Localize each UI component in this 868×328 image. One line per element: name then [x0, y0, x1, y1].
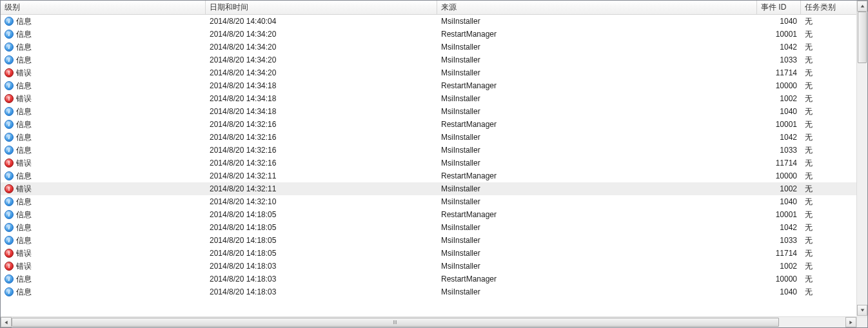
table-row[interactable]: 信息2014/8/20 14:32:10MsiInstaller1040无 [1, 195, 856, 208]
column-header-source[interactable]: 来源 [437, 1, 757, 14]
cell-date: 2014/8/20 14:18:03 [206, 275, 437, 284]
level-label: 信息 [16, 106, 32, 117]
table-row[interactable]: 信息2014/8/20 14:32:11RestartManager10000无 [1, 169, 856, 182]
cell-source: MsiInstaller [437, 249, 757, 258]
horizontal-scrollbar[interactable] [1, 316, 856, 327]
scroll-down-button[interactable] [857, 305, 867, 316]
cell-date: 2014/8/20 14:34:20 [206, 68, 437, 77]
cell-eventid: 1002 [757, 262, 801, 271]
level-label: 信息 [16, 235, 32, 246]
cell-task: 无 [801, 184, 856, 195]
table-row[interactable]: 信息2014/8/20 14:18:03RestartManager10000无 [1, 273, 856, 285]
cell-level: 错误 [1, 261, 206, 272]
info-icon [5, 30, 14, 39]
cell-level: 错误 [1, 68, 206, 79]
cell-task: 无 [801, 197, 856, 207]
horizontal-scroll-track[interactable] [12, 317, 845, 327]
cell-level: 信息 [1, 132, 206, 143]
level-label: 信息 [16, 16, 32, 27]
level-label: 错误 [16, 68, 32, 79]
cell-date: 2014/8/20 14:34:20 [206, 30, 437, 39]
scroll-up-button[interactable] [857, 1, 867, 12]
vertical-scroll-thumb[interactable] [858, 12, 867, 63]
column-header-level[interactable]: 级别 [1, 1, 206, 14]
cell-task: 无 [801, 29, 856, 40]
info-icon [5, 210, 14, 219]
column-header-task[interactable]: 任务类别 [801, 1, 856, 14]
cell-task: 无 [801, 274, 856, 285]
level-label: 错误 [16, 261, 32, 272]
info-icon [5, 236, 14, 245]
cell-task: 无 [801, 222, 856, 233]
horizontal-scroll-thumb[interactable] [12, 318, 779, 327]
column-header-date[interactable]: 日期和时间 [206, 1, 437, 14]
cell-level: 信息 [1, 171, 206, 182]
table-row[interactable]: 错误2014/8/20 14:32:11MsiInstaller1002无 [1, 182, 856, 195]
cell-level: 错误 [1, 248, 206, 259]
scroll-right-button[interactable] [845, 317, 856, 327]
cell-source: RestartManager [437, 30, 757, 39]
table-row[interactable]: 信息2014/8/20 14:18:05MsiInstaller1042无 [1, 221, 856, 234]
cell-date: 2014/8/20 14:18:05 [206, 236, 437, 245]
cell-date: 2014/8/20 14:32:11 [206, 171, 437, 180]
cell-eventid: 10001 [757, 30, 801, 39]
table-row[interactable]: 信息2014/8/20 14:32:16MsiInstaller1033无 [1, 144, 856, 157]
info-icon [5, 43, 14, 52]
table-row[interactable]: 信息2014/8/20 14:34:20MsiInstaller1042无 [1, 41, 856, 53]
column-header-eventid[interactable]: 事件 ID [757, 1, 801, 14]
info-icon [5, 81, 14, 90]
cell-eventid: 1040 [757, 107, 801, 116]
cell-source: RestartManager [437, 120, 757, 129]
table-row[interactable]: 信息2014/8/20 14:18:05MsiInstaller1033无 [1, 234, 856, 247]
error-icon [5, 184, 14, 193]
cell-level: 信息 [1, 119, 206, 130]
table-row[interactable]: 信息2014/8/20 14:34:18RestartManager10000无 [1, 79, 856, 92]
cell-task: 无 [801, 158, 856, 169]
cell-source: MsiInstaller [437, 197, 757, 206]
cell-task: 无 [801, 248, 856, 259]
cell-date: 2014/8/20 14:32:16 [206, 146, 437, 155]
error-icon [5, 249, 14, 258]
table-row[interactable]: 错误2014/8/20 14:34:20MsiInstaller11714无 [1, 66, 856, 79]
cell-level: 信息 [1, 287, 206, 298]
vertical-scroll-track[interactable] [857, 12, 867, 305]
table-row[interactable]: 信息2014/8/20 14:34:20MsiInstaller1033无 [1, 53, 856, 66]
vertical-scrollbar[interactable] [856, 1, 867, 316]
cell-eventid: 11714 [757, 159, 801, 168]
level-label: 信息 [16, 81, 32, 92]
cell-date: 2014/8/20 14:32:16 [206, 120, 437, 129]
level-label: 错误 [16, 184, 32, 195]
table-row[interactable]: 信息2014/8/20 14:32:16RestartManager10001无 [1, 118, 856, 131]
table-row[interactable]: 信息2014/8/20 14:18:05RestartManager10001无 [1, 208, 856, 221]
level-label: 信息 [16, 119, 32, 130]
table-row[interactable]: 信息2014/8/20 14:34:18MsiInstaller1040无 [1, 105, 856, 118]
table-row[interactable]: 错误2014/8/20 14:34:18MsiInstaller1002无 [1, 92, 856, 105]
level-label: 信息 [16, 55, 32, 66]
cell-date: 2014/8/20 14:40:04 [206, 17, 437, 26]
scroll-left-button[interactable] [1, 317, 12, 327]
level-label: 信息 [16, 42, 32, 53]
info-icon [5, 275, 14, 284]
cell-eventid: 1002 [757, 184, 801, 193]
cell-task: 无 [801, 55, 856, 66]
table-row[interactable]: 错误2014/8/20 14:32:16MsiInstaller11714无 [1, 157, 856, 169]
table-row[interactable]: 信息2014/8/20 14:32:16MsiInstaller1042无 [1, 131, 856, 144]
table-row[interactable]: 错误2014/8/20 14:18:05MsiInstaller11714无 [1, 247, 856, 260]
cell-eventid: 1040 [757, 197, 801, 206]
rows-container: 信息2014/8/20 14:40:04MsiInstaller1040无信息2… [1, 15, 856, 298]
table-row[interactable]: 信息2014/8/20 14:18:03MsiInstaller1040无 [1, 285, 856, 298]
cell-task: 无 [801, 93, 856, 104]
cell-eventid: 1040 [757, 17, 801, 26]
cell-task: 无 [801, 16, 856, 27]
level-label: 信息 [16, 132, 32, 143]
cell-task: 无 [801, 106, 856, 117]
table-row[interactable]: 信息2014/8/20 14:40:04MsiInstaller1040无 [1, 15, 856, 28]
table-row[interactable]: 错误2014/8/20 14:18:03MsiInstaller1002无 [1, 260, 856, 273]
table-row[interactable]: 信息2014/8/20 14:34:20RestartManager10001无 [1, 28, 856, 41]
cell-level: 信息 [1, 106, 206, 117]
info-icon [5, 223, 14, 232]
cell-level: 信息 [1, 16, 206, 27]
cell-date: 2014/8/20 14:32:16 [206, 159, 437, 168]
cell-date: 2014/8/20 14:18:05 [206, 223, 437, 232]
cell-eventid: 10001 [757, 120, 801, 129]
